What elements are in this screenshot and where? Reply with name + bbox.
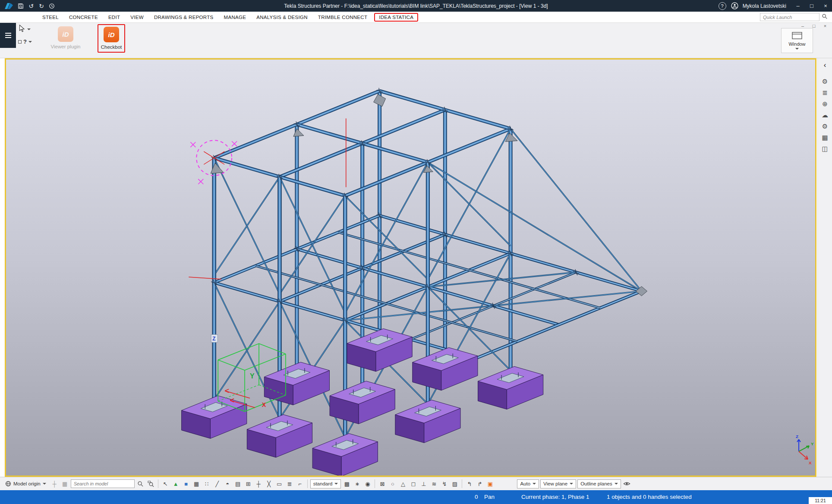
tab-view[interactable]: VIEW [125, 15, 149, 20]
save-icon[interactable] [16, 1, 26, 11]
menu-button[interactable] [0, 23, 16, 48]
floor-edge-beam[interactable] [476, 291, 641, 358]
origin-grid-button[interactable]: ▦ [60, 479, 69, 488]
components-grid-icon[interactable]: ▦ [819, 132, 831, 143]
grid-lines-button[interactable]: ▤ [233, 479, 243, 488]
tab-manage[interactable]: MANAGE [219, 15, 252, 20]
view-plane-dropdown[interactable]: View plane [540, 479, 576, 488]
ucs-triad [799, 446, 809, 451]
collapse-panel-chevron[interactable]: ‹ [819, 60, 831, 70]
select-cursor-button[interactable]: ↖ [161, 479, 170, 488]
snap-corner-button[interactable]: ⌐ [296, 479, 305, 488]
brace-member[interactable] [345, 306, 493, 321]
context-help-icon[interactable]: ? [23, 38, 27, 45]
visibility-eye-button[interactable]: ◉ [363, 479, 372, 488]
tab-concrete[interactable]: CONCRETE [64, 15, 103, 20]
tab-drawings-reports[interactable]: DRAWINGS & REPORTS [149, 15, 219, 20]
window-group-button[interactable]: Window [781, 28, 813, 53]
eye-icon[interactable] [622, 479, 631, 488]
column-z-marker: Z [212, 336, 215, 342]
tab-trimble-connect[interactable]: TRIMBLE CONNECT [313, 15, 372, 20]
pointer-tool-icon[interactable] [18, 25, 25, 34]
model-viewport[interactable]: YXZZYX [5, 58, 816, 477]
snap-cut-button[interactable]: ╳ [265, 479, 274, 488]
select-components-button[interactable]: ○ [388, 479, 397, 488]
snap-intersection-button[interactable]: ┼ [254, 479, 263, 488]
user-name[interactable]: Mykola Lastovetski [743, 3, 786, 9]
select-perpendicular-button[interactable]: ⊥ [419, 479, 428, 488]
snap-points-button[interactable]: ∷ [202, 479, 211, 488]
chevron-down-icon[interactable] [27, 28, 31, 30]
tie-rod[interactable] [511, 129, 642, 291]
redo-icon[interactable]: ↻ [36, 1, 47, 11]
settings-gear-icon[interactable]: ⚙ [819, 121, 831, 132]
select-reinforcement-button[interactable]: ▨ [450, 479, 459, 488]
user-avatar[interactable] [730, 1, 740, 11]
quick-launch-input[interactable] [760, 13, 819, 21]
viewer-plugin-group[interactable]: iD Viewer plugin [45, 26, 86, 49]
select-objects-button[interactable]: ⊠ [378, 479, 387, 488]
restore-button[interactable]: □ [805, 1, 818, 11]
view-close-button[interactable]: × [822, 23, 829, 28]
viewer-plugin-icon[interactable]: iD [58, 26, 73, 42]
settings-help-icon[interactable]: ⚙ [819, 76, 831, 87]
globe-icon [5, 481, 11, 487]
chevron-down-icon [533, 483, 536, 485]
checkbot-group[interactable]: iD Checkbot [101, 27, 122, 50]
list-pane-icon[interactable]: ≣ [819, 88, 831, 98]
select-parts-button[interactable]: ◻ [409, 479, 418, 488]
help-icon[interactable]: ? [719, 2, 726, 10]
model-search-input[interactable] [71, 479, 135, 488]
side-pane-icon[interactable]: ◫ [819, 144, 831, 154]
snap-line-button[interactable]: ╱ [213, 479, 222, 488]
gusset-plate [636, 287, 647, 296]
snap-grid-button[interactable]: ▦ [192, 479, 201, 488]
tie-rod[interactable] [428, 162, 641, 291]
tab-steel[interactable]: STEEL [37, 15, 64, 20]
checkbot-highlight-box: iD Checkbot [98, 24, 125, 53]
construction-line [189, 277, 221, 279]
tab-analysis-design[interactable]: ANALYSIS & DESIGN [251, 15, 313, 20]
checkbot-icon[interactable]: iD [104, 27, 119, 42]
cloud-share-icon[interactable]: ☁ [819, 110, 831, 120]
mini-square-icon[interactable] [18, 40, 22, 44]
search-icon[interactable] [822, 13, 828, 21]
workplane-cube[interactable] [218, 360, 245, 370]
history-icon[interactable] [47, 1, 57, 11]
drag-and-drop-button[interactable]: ↰ [465, 479, 474, 488]
undo-icon[interactable]: ↺ [26, 1, 36, 11]
close-button[interactable]: × [819, 1, 832, 11]
search-model-button[interactable] [136, 479, 145, 488]
zoom-selected-button[interactable] [146, 479, 155, 488]
auto-dropdown[interactable]: Auto [517, 479, 539, 488]
workplane-cube[interactable] [218, 343, 259, 360]
clash-check-button[interactable]: ▣ [485, 479, 495, 488]
brace-member[interactable] [493, 291, 641, 306]
tab-idea-statica[interactable]: IDEA STATICA [374, 13, 418, 22]
hatch-toggle-button[interactable]: ▩ [342, 479, 351, 488]
tab-edit[interactable]: EDIT [103, 15, 125, 20]
origin-pick-button[interactable]: ┼ [50, 479, 59, 488]
mini-toolbar-button[interactable]: ■ [182, 479, 191, 488]
select-welds-button[interactable]: ≋ [429, 479, 438, 488]
workplane-cube[interactable] [259, 343, 286, 354]
secondary-beam[interactable] [338, 232, 600, 308]
direct-modification-button[interactable]: ▲ [171, 479, 180, 488]
reference-globe-icon[interactable]: ⊕ [819, 99, 831, 109]
snap-any-button[interactable]: ∗ [353, 479, 362, 488]
snap-frame-button[interactable]: ▭ [275, 479, 284, 488]
selection-filter-dropdown[interactable]: standard [310, 479, 341, 488]
minimize-button[interactable]: – [791, 1, 804, 11]
snap-list-button[interactable]: ≣ [285, 479, 294, 488]
smart-select-button[interactable]: ↱ [475, 479, 484, 488]
snap-arc-button[interactable]: ◓ [223, 479, 232, 488]
select-points-button[interactable]: △ [398, 479, 407, 488]
grid-plane-button[interactable]: ⊞ [244, 479, 253, 488]
model-3d-view[interactable]: YXZZYX [6, 60, 815, 476]
outline-planes-dropdown[interactable]: Outline planes [577, 479, 621, 488]
chevron-down-icon[interactable] [28, 41, 32, 43]
model-origin-dropdown[interactable]: Model origin [3, 479, 49, 488]
brace-member[interactable] [428, 272, 576, 287]
tekla-logo [3, 1, 16, 11]
select-bolts-button[interactable]: ↯ [440, 479, 449, 488]
